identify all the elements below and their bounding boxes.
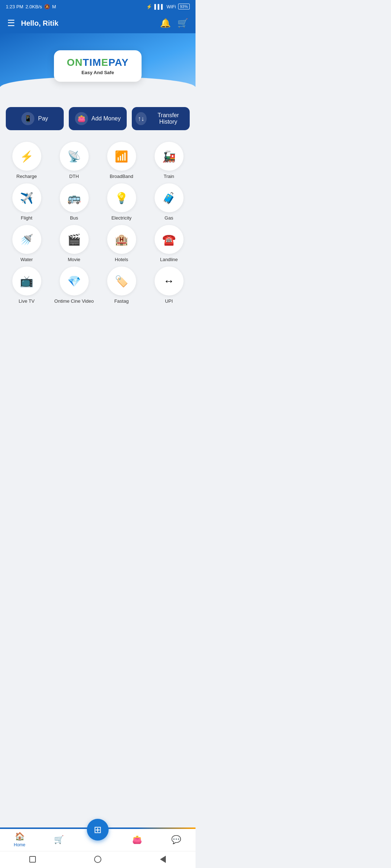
- broadband-label: BroadBand: [110, 174, 133, 179]
- user-name: Ritik: [43, 19, 58, 27]
- service-item-bus[interactable]: 🚌 Bus: [52, 183, 96, 221]
- signal-icon: 🔕: [44, 4, 50, 9]
- time-text: 1:23 PM: [6, 4, 23, 9]
- action-buttons-row: 📱 Pay 👛 Add Money ↑↓ Transfer History: [0, 98, 196, 136]
- service-item-live-tv[interactable]: 📺 Live TV: [5, 267, 48, 304]
- upi-icon: ↔️: [155, 267, 184, 295]
- electricity-label: Electricity: [112, 215, 132, 221]
- service-item-electricity[interactable]: 💡 Electricity: [100, 183, 143, 221]
- cart-icon[interactable]: 🛒: [177, 18, 188, 28]
- service-item-dth[interactable]: 📡 DTH: [52, 142, 96, 179]
- train-icon: 🚂: [155, 142, 184, 171]
- service-item-gas[interactable]: 🧳 Gas: [147, 183, 190, 221]
- app-icon: M: [52, 4, 56, 9]
- landline-icon: ☎️: [155, 225, 184, 254]
- signal-bars: ▌▌▌: [154, 4, 164, 9]
- pay-label: Pay: [38, 115, 48, 122]
- status-bar: 1:23 PM 2.0KB/s 🔕 M ⚡ ▌▌▌ WiFi 93%: [0, 0, 196, 13]
- service-item-train[interactable]: 🚂 Train: [147, 142, 190, 179]
- water-label: Water: [20, 257, 33, 262]
- ontime-cine-label: Ontime Cine Video: [54, 298, 94, 304]
- movie-label: Movie: [68, 257, 80, 262]
- logo-text: ONTIMEPAY: [67, 57, 129, 68]
- bus-label: Bus: [70, 215, 78, 221]
- add-money-button[interactable]: 👛 Add Money: [69, 107, 127, 130]
- transfer-history-button[interactable]: ↑↓ Transfer History: [132, 107, 190, 130]
- flight-label: Flight: [21, 215, 33, 221]
- hotels-label: Hotels: [115, 257, 128, 262]
- hero-banner: ONTIMEPAY Easy And Safe: [0, 33, 196, 98]
- header-left: ☰ Hello, Ritik: [7, 18, 58, 28]
- transfer-icon: ↑↓: [135, 112, 147, 125]
- recharge-label: Recharge: [16, 174, 37, 179]
- broadband-icon: 📶: [107, 142, 136, 171]
- menu-icon[interactable]: ☰: [7, 18, 15, 28]
- service-item-upi[interactable]: ↔️ UPI: [147, 267, 190, 304]
- service-item-hotels[interactable]: 🏨 Hotels: [100, 225, 143, 262]
- gas-label: Gas: [165, 215, 173, 221]
- services-grid: ⚡ Recharge 📡 DTH 📶 BroadBand 🚂 Train ✈️ …: [4, 139, 192, 307]
- status-left: 1:23 PM 2.0KB/s 🔕 M: [6, 4, 56, 9]
- header-right: 🔔 🛒: [160, 18, 188, 28]
- app-header: ☰ Hello, Ritik 🔔 🛒: [0, 13, 196, 33]
- notification-icon[interactable]: 🔔: [160, 18, 171, 28]
- service-item-flight[interactable]: ✈️ Flight: [5, 183, 48, 221]
- dth-icon: 📡: [60, 142, 89, 171]
- pay-icon: 📱: [21, 112, 34, 125]
- battery-indicator: 93%: [178, 4, 190, 9]
- water-icon: 🚿: [12, 225, 41, 254]
- logo-pay: PAY: [108, 57, 129, 68]
- ontime-cine-icon: 💎: [60, 267, 89, 295]
- live-tv-label: Live TV: [19, 298, 35, 304]
- hotels-icon: 🏨: [107, 225, 136, 254]
- flight-icon: ✈️: [12, 183, 41, 212]
- landline-label: Landline: [160, 257, 178, 262]
- bus-icon: 🚌: [60, 183, 89, 212]
- movie-icon: 🎬: [60, 225, 89, 254]
- dth-label: DTH: [69, 174, 79, 179]
- upi-label: UPI: [165, 298, 173, 304]
- add-money-label: Add Money: [92, 115, 121, 122]
- greeting-text: Hello, Ritik: [21, 19, 58, 27]
- network-speed: 2.0KB/s: [25, 4, 42, 9]
- recharge-icon: ⚡: [12, 142, 41, 171]
- logo-on: ON: [67, 57, 83, 68]
- status-right: ⚡ ▌▌▌ WiFi 93%: [146, 4, 190, 9]
- bluetooth-icon: ⚡: [146, 4, 152, 9]
- service-item-movie[interactable]: 🎬 Movie: [52, 225, 96, 262]
- service-item-fastag[interactable]: 🏷️ Fastag: [100, 267, 143, 304]
- live-tv-icon: 📺: [12, 267, 41, 295]
- add-money-icon: 👛: [75, 112, 88, 125]
- services-section: ⚡ Recharge 📡 DTH 📶 BroadBand 🚂 Train ✈️ …: [0, 136, 196, 314]
- service-item-recharge[interactable]: ⚡ Recharge: [5, 142, 48, 179]
- service-item-water[interactable]: 🚿 Water: [5, 225, 48, 262]
- train-label: Train: [164, 174, 174, 179]
- pay-button[interactable]: 📱 Pay: [6, 107, 64, 130]
- electricity-icon: 💡: [107, 183, 136, 212]
- service-item-landline[interactable]: ☎️ Landline: [147, 225, 190, 262]
- service-item-ontime-cine[interactable]: 💎 Ontime Cine Video: [52, 267, 96, 304]
- logo-e: E: [101, 57, 109, 68]
- gas-icon: 🧳: [155, 183, 184, 212]
- fastag-icon: 🏷️: [107, 267, 136, 295]
- wifi-icon: WiFi: [167, 4, 176, 9]
- logo-tagline: Easy And Safe: [67, 70, 129, 75]
- logo-tim: TIM: [83, 57, 101, 68]
- transfer-label: Transfer History: [150, 112, 186, 125]
- logo-card: ONTIMEPAY Easy And Safe: [54, 50, 142, 82]
- service-item-broadband[interactable]: 📶 BroadBand: [100, 142, 143, 179]
- fastag-label: Fastag: [114, 298, 129, 304]
